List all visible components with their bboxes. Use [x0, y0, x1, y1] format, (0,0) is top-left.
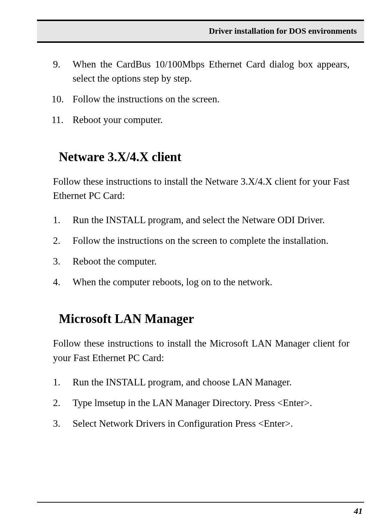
list-item: 1. Run the INSTALL program, and choose L… — [52, 375, 350, 389]
section-intro: Follow these instructions to install the… — [53, 336, 350, 365]
list-text: Follow the instructions on the screen to… — [73, 234, 350, 248]
list-number: 3. — [52, 254, 73, 269]
list-text: When the computer reboots, log on to the… — [73, 275, 350, 289]
list-item: 2. Type lmsetup in the LAN Manager Direc… — [52, 396, 350, 410]
list-text: Select Network Drivers in Configuration … — [73, 417, 350, 431]
page-footer: 41 — [37, 502, 364, 516]
list-item: 11. Reboot your computer. — [52, 113, 350, 127]
list-number: 1. — [52, 375, 73, 389]
list-text: Type lmsetup in the LAN Manager Director… — [73, 396, 350, 410]
section-intro: Follow these instructions to install the… — [53, 175, 350, 203]
page-number: 41 — [354, 506, 364, 516]
list-item: 10. Follow the instructions on the scree… — [52, 92, 350, 106]
list-text: Reboot the computer. — [73, 254, 350, 269]
list-number: 4. — [52, 275, 73, 289]
list-text: When the CardBus 10/100Mbps Ethernet Car… — [73, 57, 350, 86]
list-number: 3. — [52, 417, 73, 431]
list-item: 9. When the CardBus 10/100Mbps Ethernet … — [52, 57, 350, 86]
page-header: Driver installation for DOS environments — [37, 21, 364, 43]
section-heading-lan-manager: Microsoft LAN Manager — [59, 312, 350, 326]
list-text: Run the INSTALL program, and choose LAN … — [73, 375, 350, 389]
list-item: 4. When the computer reboots, log on to … — [52, 275, 350, 289]
list-number: 2. — [52, 396, 73, 410]
list-number: 11. — [52, 113, 73, 127]
list-text: Run the INSTALL program, and select the … — [73, 213, 350, 227]
page-frame: Driver installation for DOS environments… — [37, 20, 364, 516]
list-item: 3. Reboot the computer. — [52, 254, 350, 269]
section-heading-netware: Netware 3.X/4.X client — [59, 150, 350, 164]
list-item: 3. Select Network Drivers in Configurati… — [52, 417, 350, 431]
list-text: Follow the instructions on the screen. — [73, 92, 350, 106]
list-item: 2. Follow the instructions on the screen… — [52, 234, 350, 248]
list-number: 1. — [52, 213, 73, 227]
list-text: Reboot your computer. — [73, 113, 350, 127]
header-title: Driver installation for DOS environments — [209, 26, 357, 36]
list-number: 9. — [52, 57, 73, 86]
page-content: 9. When the CardBus 10/100Mbps Ethernet … — [37, 43, 364, 431]
list-number: 10. — [52, 92, 73, 106]
list-number: 2. — [52, 234, 73, 248]
list-item: 1. Run the INSTALL program, and select t… — [52, 213, 350, 227]
